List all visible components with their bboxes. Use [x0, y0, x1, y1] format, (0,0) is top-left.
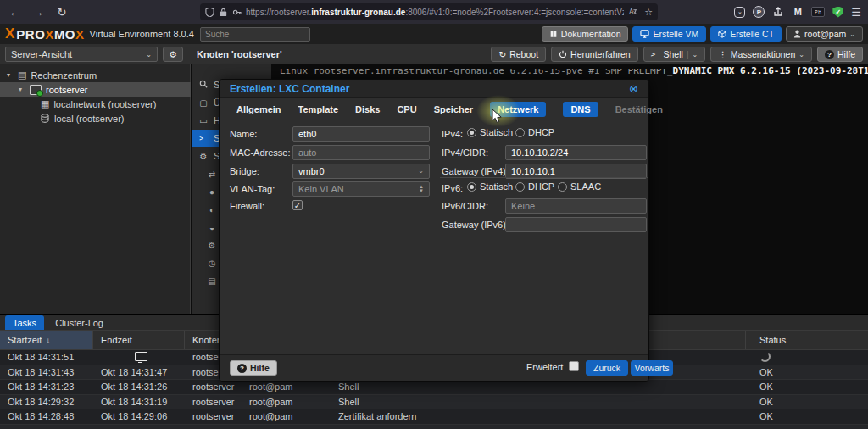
ipv6-section-divider — [440, 177, 648, 178]
create-vm-button[interactable]: Erstelle VM — [632, 26, 706, 42]
reboot-button[interactable]: ↻Reboot — [491, 47, 546, 62]
ipv6-slaac-radio[interactable]: SLAAC — [558, 181, 601, 192]
datacenter-icon: ▤ — [18, 70, 26, 80]
task-row[interactable]: Okt 18 14:31:23 Okt 18 14:31:26 rootserv… — [0, 380, 868, 395]
tree-item-localnetwork[interactable]: ▦ localnetwork (rootserver) — [0, 97, 191, 111]
bulk-actions-button[interactable]: ⋮Massenaktionen⌄ — [710, 47, 812, 62]
p-badge-extension-icon[interactable]: P — [753, 6, 765, 18]
back-button[interactable]: Zurück — [586, 360, 628, 376]
lock-icon[interactable] — [219, 8, 228, 17]
user-menu-button[interactable]: root@pam ⌄ — [786, 26, 863, 42]
upload-box-extension-icon[interactable] — [772, 6, 784, 18]
rounded-shield-extension-icon[interactable]: ⌄ — [734, 7, 745, 18]
monitor-icon — [640, 30, 649, 38]
key-icon[interactable] — [232, 8, 242, 17]
reload-icon[interactable]: ↻ — [53, 3, 71, 21]
ipv6-dhcp-radio[interactable]: DHCP — [515, 181, 554, 192]
globe-icon: ◐ — [207, 205, 217, 214]
name-input[interactable] — [298, 129, 424, 139]
translate-icon[interactable]: A — [628, 8, 637, 17]
column-header-status[interactable]: Status — [746, 331, 868, 349]
tab-disks[interactable]: Disks — [355, 104, 380, 114]
tab-cpu[interactable]: CPU — [397, 104, 416, 114]
forward-icon[interactable]: → — [29, 3, 47, 21]
ipv6-cidr-field[interactable] — [505, 198, 647, 214]
hamburger-menu-icon[interactable]: ☰ — [851, 6, 861, 19]
chevron-down-icon: ⌄ — [693, 51, 698, 58]
tab-template[interactable]: Template — [298, 104, 338, 114]
shield-icon[interactable] — [205, 8, 214, 17]
ipv4-cidr-input[interactable] — [511, 148, 641, 158]
task-row[interactable]: Okt 18 14:28:48 Okt 18 14:29:06 rootserv… — [0, 410, 868, 425]
ipv6-static-radio[interactable]: Statisch — [467, 181, 513, 192]
tree-item-datacenter[interactable]: ▾ ▤ Rechenzentrum — [0, 68, 191, 82]
tab-cluster-log[interactable]: Cluster-Log — [47, 315, 111, 330]
dialog-header[interactable]: Erstellen: LXC Container ⊗ — [220, 80, 648, 98]
gateway-ipv6-input[interactable] — [511, 220, 641, 230]
book-icon — [549, 30, 558, 38]
task-row[interactable]: Okt 18 14:29:32 Okt 18 14:31:19 rootserv… — [0, 395, 868, 410]
tab-allgemein[interactable]: Allgemein — [236, 104, 281, 114]
tree-item-rootserver[interactable]: ▾ rootserver — [0, 82, 191, 97]
column-header-endzeit[interactable]: Endzeit — [93, 331, 185, 349]
tree-item-label: localnetwork (rootserver) — [53, 99, 156, 109]
view-settings-button[interactable]: ⚙ — [163, 47, 183, 62]
chevron-down-icon: ⌄ — [849, 31, 855, 38]
gateway-ipv4-input[interactable] — [511, 166, 641, 176]
gateway-ipv6-field[interactable] — [505, 217, 647, 232]
badge-extension-icon[interactable]: PH — [811, 7, 825, 17]
bookmark-star-icon[interactable]: ☆ — [644, 7, 653, 18]
url-text: https://rootserver.infrastruktur-gronau.… — [246, 8, 624, 17]
column-header-startzeit[interactable]: Startzeit↓ — [0, 331, 93, 349]
bridge-select[interactable]: vmbr0⌄ — [292, 164, 430, 179]
name-label: Name: — [230, 129, 257, 139]
browser-toolbar: ← → ↻ https://rootserver.infrastruktur-g… — [0, 0, 868, 25]
power-icon — [559, 50, 567, 58]
task-row[interactable] — [0, 425, 868, 429]
tab-bestaetigen: Bestätigen — [615, 104, 663, 114]
advanced-checkbox[interactable] — [569, 361, 579, 371]
tree-item-label: local (rootserver) — [54, 114, 125, 124]
ipv4-dhcp-radio[interactable]: DHCP — [515, 127, 554, 137]
dialog-help-button[interactable]: ?Hilfe — [230, 360, 277, 376]
ipv4-cidr-field[interactable] — [505, 145, 647, 160]
gear-icon: ⚙ — [207, 241, 217, 250]
list-icon: ▤ — [207, 276, 217, 286]
create-ct-button[interactable]: Erstelle CT — [710, 26, 782, 42]
ipv4-static-radio[interactable]: Statisch — [467, 127, 513, 137]
close-icon[interactable]: ⊗ — [629, 83, 638, 94]
documentation-button[interactable]: Dokumentation — [542, 26, 629, 42]
dialog-footer: ?Hilfe Erweitert Zurück Vorwärts — [220, 354, 648, 381]
tab-dns[interactable]: DNS — [563, 102, 598, 117]
create-lxc-dialog: Erstellen: LXC Container ⊗ Allgemein Tem… — [219, 79, 649, 382]
next-button[interactable]: Vorwärts — [631, 360, 673, 376]
mac-input[interactable] — [298, 148, 424, 158]
twisty-icon[interactable]: ▾ — [7, 71, 14, 79]
tab-speicher[interactable]: Speicher — [434, 104, 473, 114]
url-bar[interactable]: https://rootserver.infrastruktur-gronau.… — [200, 3, 658, 20]
tree-item-label: rootserver — [46, 85, 88, 95]
shutdown-button[interactable]: Herunterfahren — [551, 47, 638, 62]
m-logo-extension-icon[interactable]: M — [792, 6, 804, 18]
tree-item-local-storage[interactable]: local (rootserver) — [0, 111, 191, 125]
twisty-icon[interactable]: ▾ — [19, 86, 25, 93]
firewall-checkbox[interactable]: ✓ — [292, 200, 303, 210]
number-spinner-icon[interactable]: ▲▼ — [419, 185, 424, 194]
name-field[interactable] — [292, 126, 430, 142]
green-shield-check-icon[interactable]: ✓ — [832, 7, 843, 18]
firewall-label: Firewall: — [230, 201, 264, 211]
shell-button[interactable]: >_Shell|⌄ — [643, 47, 706, 62]
mac-field[interactable] — [292, 145, 430, 160]
vlan-field[interactable]: Kein VLAN▲▼ — [292, 181, 430, 197]
chevron-down-icon[interactable]: ⌄ — [418, 168, 424, 175]
view-select[interactable]: Server-Ansicht ⌄ — [5, 47, 158, 62]
running-spinner-icon — [760, 351, 771, 362]
certificate-icon: ● — [207, 187, 217, 197]
global-search-input[interactable] — [200, 27, 310, 42]
help-button[interactable]: ?Hilfe — [817, 47, 863, 62]
book-icon: ▢ — [198, 98, 209, 108]
tab-netzwerk[interactable]: Netzwerk — [490, 102, 546, 117]
back-icon[interactable]: ← — [5, 3, 24, 21]
ipv6-cidr-input[interactable] — [511, 201, 641, 211]
tab-tasks[interactable]: Tasks — [5, 315, 44, 330]
